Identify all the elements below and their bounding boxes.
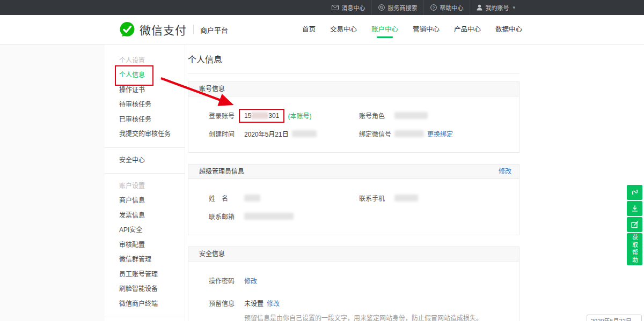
annotation-red-box-account: 15 301 — [239, 109, 284, 123]
sidebar-item-security-center[interactable]: 安全中心 — [119, 153, 185, 168]
svg-text:?: ? — [433, 5, 435, 10]
security-info-section: 安全信息 操作密码 修改 预留信息 未设置 修改 — [188, 247, 519, 321]
wechat-pay-logo-icon — [119, 21, 135, 38]
admin-name-field: 姓 名 — [209, 193, 359, 203]
topbar-item-label: 消息中心 — [341, 3, 365, 12]
account-info-section: 账号信息 登录账号 15 301 (本账号) — [188, 81, 519, 153]
page-title: 个人信息 — [188, 53, 519, 74]
desc-line: 预留信息是由你自己设置的一段文字，用来鉴定网站身份，防止假冒网站造成损失。 — [244, 314, 508, 321]
redacted-wechat-id — [394, 130, 424, 137]
topbar-message-center[interactable]: 消息中心 — [325, 0, 371, 15]
field-label: 预留信息 — [209, 298, 244, 308]
change-binding-link[interactable]: 更换绑定 — [427, 129, 453, 138]
left-gutter — [0, 44, 105, 321]
redacted-created-time — [292, 130, 317, 137]
admin-email-field: 联系邮箱 — [209, 212, 359, 221]
chevron-down-icon: ▾ — [513, 5, 515, 10]
float-link-button[interactable] — [627, 185, 642, 200]
topbar-item-label: 我的账号 — [485, 3, 509, 12]
sidebar-item-personal-info[interactable]: 个人信息 — [119, 68, 185, 83]
float-download-button[interactable] — [627, 201, 642, 216]
nav-home[interactable]: 首页 — [302, 15, 316, 44]
annotation-red-box-sidebar: 个人信息 — [115, 65, 153, 86]
nav-account-center[interactable]: 账户中心 — [371, 15, 398, 44]
sidebar-divider — [105, 147, 185, 148]
security-info-header: 安全信息 — [188, 247, 519, 262]
sidebar-item-wechat-group-mgmt[interactable]: 微信群管理 — [119, 252, 185, 267]
section-title: 安全信息 — [199, 247, 225, 261]
sidebar-item-invoice-info[interactable]: 发票信息 — [119, 208, 185, 223]
main-header: 微信支付 商户平台 首页 交易中心 账户中心 营销中心 产品中心 数据中心 — [0, 15, 644, 44]
sidebar: 个人设置 个人信息 操作证书 待审核任务 已审核任务 我提交的审核任务 安全中心… — [105, 44, 185, 321]
topbar-provider-search[interactable]: 服务商搜索 — [371, 0, 423, 15]
sidebar-divider — [105, 317, 185, 317]
top-utility-bar: 消息中心 服务商搜索 ? 帮助中心 我的账号 ▾ — [0, 0, 644, 15]
topbar-help-center[interactable]: ? 帮助中心 — [423, 0, 470, 15]
sidebar-item-review-config[interactable]: 审核配置 — [119, 238, 185, 253]
get-help-button[interactable]: 获取帮助 — [627, 233, 642, 265]
field-label: 账号角色 — [359, 111, 394, 120]
redacted-login-middle — [251, 112, 268, 119]
admin-info-header: 超级管理员信息 修改 — [188, 165, 519, 179]
sidebar-item-pending-tasks[interactable]: 待审核任务 — [119, 98, 185, 113]
reserved-modify-link[interactable]: 修改 — [267, 298, 280, 308]
account-info-body: 登录账号 15 301 (本账号) 账号角色 — [188, 96, 519, 152]
field-label: 姓 名 — [209, 193, 244, 203]
field-label: 创建时间 — [209, 129, 244, 138]
mail-icon — [332, 5, 339, 10]
nav-data-center[interactable]: 数据中心 — [495, 15, 522, 44]
admin-phone-field: 联系手机 — [359, 193, 418, 203]
brand-logo[interactable]: 微信支付 — [119, 21, 187, 38]
field-label: 操作密码 — [209, 276, 244, 285]
reserved-info-description: 预留信息是由你自己设置的一段文字，用来鉴定网站身份，防止假冒网站造成损失。 配置… — [244, 314, 508, 321]
sidebar-item-my-submitted-tasks[interactable]: 我提交的审核任务 — [119, 127, 185, 142]
sidebar-item-reviewed-tasks[interactable]: 已审核任务 — [119, 113, 185, 128]
main-content: 个人信息 账号信息 登录账号 15 301 — [185, 44, 519, 321]
sidebar-item-staff-account-mgmt[interactable]: 员工账号管理 — [119, 267, 185, 282]
redacted-admin-name — [244, 195, 260, 201]
user-icon — [477, 4, 482, 11]
account-info-header: 账号信息 — [188, 82, 519, 96]
field-label: 联系手机 — [359, 193, 394, 203]
redacted-account-role — [394, 112, 428, 119]
brand-name: 微信支付 — [140, 21, 187, 38]
field-label: 绑定微信号 — [359, 129, 394, 138]
password-modify-link[interactable]: 修改 — [244, 276, 257, 285]
bound-wechat-field: 绑定微信号 更换绑定 — [359, 129, 453, 138]
float-feedback-button[interactable] — [627, 217, 642, 232]
reserved-info-value: 未设置 — [244, 298, 264, 308]
date-tooltip: 2020年5月22日 — [587, 315, 642, 321]
sidebar-item-api-security[interactable]: API安全 — [119, 223, 185, 238]
topbar-my-account[interactable]: 我的账号 ▾ — [470, 0, 522, 15]
floating-help-widget: 获取帮助 — [627, 185, 642, 265]
admin-info-section: 超级管理员信息 修改 姓 名 联系手机 联系邮箱 — [188, 164, 519, 235]
reserved-info-field: 预留信息 未设置 修改 — [209, 298, 280, 308]
page-body: 个人设置 个人信息 操作证书 待审核任务 已审核任务 我提交的审核任务 安全中心… — [0, 44, 644, 321]
download-icon — [631, 204, 639, 213]
sidebar-item-merchant-info[interactable]: 商户信息 — [119, 193, 185, 208]
admin-info-body: 姓 名 联系手机 联系邮箱 — [188, 179, 519, 235]
login-account-field: 登录账号 15 301 (本账号) — [209, 111, 359, 120]
redacted-admin-email — [244, 213, 294, 220]
search-icon — [378, 4, 385, 11]
nav-transaction-center[interactable]: 交易中心 — [330, 15, 357, 44]
sidebar-divider — [105, 173, 185, 174]
current-account-note: (本账号) — [288, 111, 311, 120]
section-title: 超级管理员信息 — [199, 165, 244, 178]
admin-modify-link[interactable]: 修改 — [499, 165, 511, 178]
operation-password-field: 操作密码 修改 — [209, 276, 257, 285]
account-role-field: 账号角色 — [359, 111, 428, 120]
nav-product-center[interactable]: 产品中心 — [454, 15, 481, 44]
sidebar-item-face-device[interactable]: 刷脸智能设备 — [119, 282, 185, 297]
nav-marketing-center[interactable]: 营销中心 — [413, 15, 440, 44]
topbar-item-label: 服务商搜索 — [387, 3, 417, 12]
field-label: 联系邮箱 — [209, 212, 244, 221]
header-divider — [193, 25, 194, 34]
section-title: 账号信息 — [199, 82, 225, 96]
created-time-value: 2020年5月21日 — [244, 129, 289, 138]
edit-icon — [631, 220, 639, 229]
link-icon — [631, 188, 639, 197]
sidebar-heading-account: 账户设置 — [119, 179, 185, 193]
sidebar-item-merchant-terminal[interactable]: 微信商户终端 — [119, 297, 185, 312]
portal-name: 商户平台 — [200, 25, 228, 35]
